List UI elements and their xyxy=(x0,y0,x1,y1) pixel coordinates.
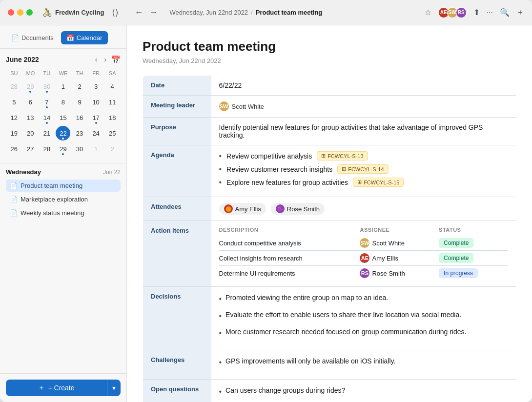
tag-icon: ⊞ xyxy=(342,166,346,172)
col-description: DESCRIPTION xyxy=(219,227,360,236)
cal-day[interactable]: 24 xyxy=(89,126,103,141)
sidebar-item-product-team[interactable]: 📄 Product team meeting xyxy=(6,180,121,192)
cal-day[interactable]: 16 xyxy=(72,110,87,125)
tag-icon: ⊞ xyxy=(357,179,362,185)
cal-day[interactable]: 21 xyxy=(40,126,54,141)
sidebar-item-marketplace[interactable]: 📄 Marketplace exploration xyxy=(6,193,121,205)
day-section: Wednesday Jun 22 📄 Product team meeting … xyxy=(0,163,126,225)
leader-chip: SW Scott White xyxy=(219,101,264,111)
cal-day[interactable]: 13 xyxy=(23,110,38,125)
cal-week-4: 19 20 21 22 23 24 25 xyxy=(6,126,121,141)
cal-day[interactable]: 25 xyxy=(105,126,120,141)
back-button[interactable]: ← xyxy=(132,6,145,19)
event-icon: 📄 xyxy=(10,196,18,203)
cal-day[interactable]: 6 xyxy=(23,95,38,109)
cal-day[interactable]: 1 xyxy=(56,79,70,94)
attendee-avatar: 🟠 xyxy=(224,204,233,213)
cal-day[interactable]: 4 xyxy=(105,79,120,94)
tab-documents[interactable]: 📄 Documents xyxy=(6,31,59,44)
cal-day[interactable]: 20 xyxy=(23,126,38,141)
assignee-name: Amy Ellis xyxy=(372,255,398,262)
assignee-avatar: SW xyxy=(360,238,369,248)
agenda-tag[interactable]: ⊞ FCWCYL-S-13 xyxy=(317,151,368,161)
create-dropdown-arrow[interactable]: ▾ xyxy=(107,380,121,396)
action-description: Collect insights from research xyxy=(219,251,360,266)
cal-day[interactable]: 26 xyxy=(7,141,21,156)
sidebar-toggle-icon[interactable]: ⟨⟩ xyxy=(112,7,119,18)
create-button[interactable]: ＋ + Create ▾ xyxy=(6,380,121,396)
cal-day[interactable]: 10 xyxy=(89,95,103,109)
forward-button[interactable]: → xyxy=(147,6,160,19)
close-button[interactable] xyxy=(8,9,14,16)
cal-day[interactable]: 3 xyxy=(89,79,103,94)
cal-day[interactable]: 28 xyxy=(40,141,54,156)
action-items-label: Action items xyxy=(143,221,211,287)
add-icon[interactable]: ＋ xyxy=(516,7,524,18)
table-row: Collect insights from research AE Amy El… xyxy=(219,251,509,266)
star-icon[interactable]: ☆ xyxy=(425,8,431,17)
attendee-name: Rose Smith xyxy=(287,205,320,213)
create-plus-icon: ＋ xyxy=(38,383,45,392)
cal-day[interactable]: 2 xyxy=(72,79,87,94)
cal-day[interactable]: 7 xyxy=(40,95,54,109)
attendee-chip-amy[interactable]: 🟠 Amy Ellis xyxy=(219,203,266,215)
list-item: Review customer research insights ⊞ FCWC… xyxy=(219,164,509,174)
cal-day[interactable]: 27 xyxy=(23,141,38,156)
cal-day[interactable]: 15 xyxy=(56,110,70,125)
dow-fr: FR xyxy=(88,69,104,77)
attendee-chip-rose[interactable]: 🟣 Rose Smith xyxy=(271,203,325,215)
day-date: Jun 22 xyxy=(103,169,121,176)
maximize-button[interactable] xyxy=(26,9,33,16)
cal-day[interactable]: 23 xyxy=(72,126,87,141)
tag-label: FCWCYL-S-13 xyxy=(327,153,363,159)
cal-day[interactable]: 2 xyxy=(105,141,120,156)
search-icon[interactable]: 🔍 xyxy=(500,8,510,17)
tab-calendar[interactable]: 📅 Calendar xyxy=(61,31,108,44)
minimize-button[interactable] xyxy=(17,9,23,16)
next-month-button[interactable]: › xyxy=(102,55,109,64)
list-item: Review competitive analysis ⊞ FCWCYL-S-1… xyxy=(219,151,509,161)
sidebar-item-weekly-status[interactable]: 📄 Weekly status meeting xyxy=(6,207,121,219)
cal-day[interactable]: 29 xyxy=(56,141,70,156)
attendees-row: Attendees 🟠 Amy Ellis 🟣 Rose Smith xyxy=(143,197,516,221)
cal-day[interactable]: 19 xyxy=(7,126,21,141)
assignee-chip: SW Scott White xyxy=(360,238,404,248)
date-label: Date xyxy=(143,76,211,96)
cal-day[interactable]: 9 xyxy=(72,95,87,109)
cal-day[interactable]: 11 xyxy=(105,95,120,109)
cal-day[interactable]: 8 xyxy=(56,95,70,109)
tag-label: FCWCYL-S-14 xyxy=(348,166,384,172)
decisions-label: Decisions xyxy=(143,287,211,350)
decision-text: More customer research needed focused on… xyxy=(225,327,466,337)
cal-day[interactable]: 29 xyxy=(23,79,38,94)
more-icon[interactable]: ··· xyxy=(487,8,493,17)
decision-text: Promoted viewing the entire group on map… xyxy=(225,293,388,303)
documents-tab-icon: 📄 xyxy=(11,34,19,41)
day-section-header: Wednesday Jun 22 xyxy=(6,168,121,176)
cal-day[interactable]: 18 xyxy=(105,110,120,125)
list-item: Explore new features for group activitie… xyxy=(219,178,509,187)
open-questions-label: Open questions xyxy=(143,380,211,402)
date-value: 6/22/22 xyxy=(211,76,516,96)
cal-day[interactable]: 14 xyxy=(40,110,54,125)
col-status: STATUS xyxy=(439,227,508,236)
cal-day[interactable]: 30 xyxy=(40,79,54,94)
purpose-label: Purpose xyxy=(143,118,211,145)
cal-day[interactable]: 17 xyxy=(89,110,103,125)
cal-day[interactable]: 1 xyxy=(89,141,103,156)
nav-arrows: ← → xyxy=(132,6,160,19)
calendar-dow-row: SU MO TU WE TH FR SA xyxy=(6,69,121,77)
cal-day[interactable]: 12 xyxy=(7,110,21,125)
cal-day-today[interactable]: 22 xyxy=(56,126,70,141)
agenda-tag[interactable]: ⊞ FCWCYL-S-15 xyxy=(353,178,404,187)
cal-day[interactable]: 28 xyxy=(7,79,21,94)
app-icon: 🚴 xyxy=(42,8,52,17)
calendar-grid-icon[interactable]: 📅 xyxy=(111,55,121,64)
share-icon[interactable]: ⬆ xyxy=(473,8,480,17)
dow-th: TH xyxy=(71,69,88,77)
meeting-table: Date 6/22/22 Meeting leader SW Scott Whi… xyxy=(143,75,516,402)
cal-day[interactable]: 5 xyxy=(7,95,21,109)
agenda-tag[interactable]: ⊞ FCWCYL-S-14 xyxy=(337,164,388,174)
cal-day[interactable]: 30 xyxy=(72,141,87,156)
prev-month-button[interactable]: ‹ xyxy=(93,55,100,64)
